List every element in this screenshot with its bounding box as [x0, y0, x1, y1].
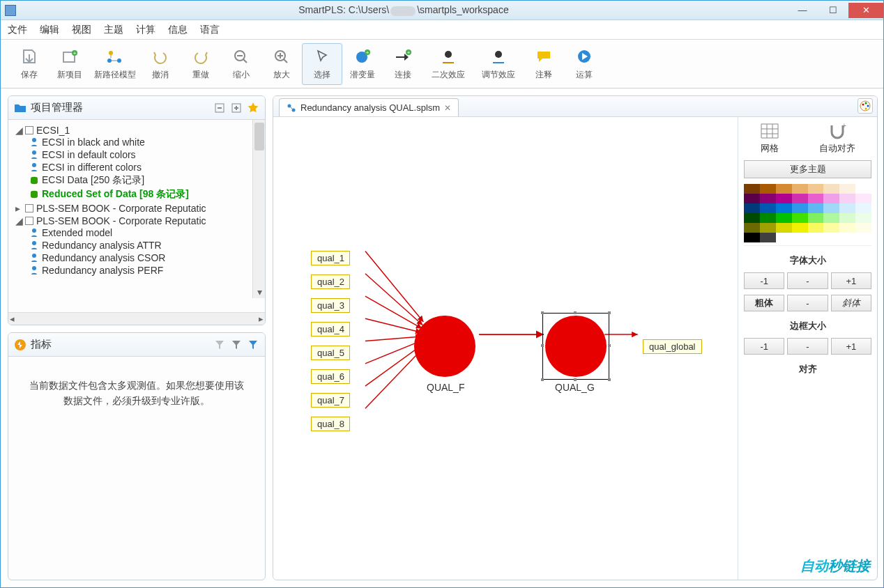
tool-calculate[interactable]: 运算	[564, 43, 604, 85]
scroll-down-icon[interactable]: ▾	[253, 286, 265, 298]
tree-item[interactable]: Extended model	[29, 227, 262, 238]
grid-button[interactable]: 网格	[760, 123, 779, 155]
indicator-qual_3[interactable]: qual_3	[311, 298, 350, 313]
color-swatch[interactable]	[808, 203, 824, 213]
close-button[interactable]: ✕	[848, 3, 883, 18]
color-swatch[interactable]	[855, 213, 871, 223]
color-swatch[interactable]	[808, 213, 824, 223]
font-size-plus[interactable]: +1	[831, 272, 871, 289]
color-swatch[interactable]	[808, 233, 824, 242]
border-size-minus[interactable]: -1	[744, 338, 784, 355]
border-size-reset[interactable]: -	[787, 338, 828, 355]
color-swatch[interactable]	[744, 223, 760, 233]
color-swatch[interactable]	[839, 223, 855, 233]
tree-hscroll[interactable]: ◂▸	[8, 312, 265, 325]
tree-folder[interactable]: ▸ PLS-SEM BOOK - Corporate Reputatic	[15, 203, 262, 214]
color-swatch[interactable]	[855, 184, 871, 194]
color-swatch[interactable]	[823, 194, 839, 203]
tree-item[interactable]: ECSI in different colors	[29, 162, 262, 173]
tree-item[interactable]: ECSI in default colors	[29, 149, 262, 160]
construct-qual-g[interactable]	[545, 316, 607, 377]
color-swatch[interactable]	[855, 203, 871, 213]
color-swatch[interactable]	[855, 233, 871, 242]
color-swatch[interactable]	[744, 203, 760, 213]
color-swatch[interactable]	[792, 203, 808, 213]
menu-edit[interactable]: 编辑	[40, 24, 59, 36]
indicator-qual_6[interactable]: qual_6	[311, 369, 350, 384]
color-swatch[interactable]	[839, 203, 855, 213]
color-swatch[interactable]	[760, 213, 776, 223]
collapse-all-icon[interactable]	[213, 102, 226, 114]
color-swatch[interactable]	[855, 223, 871, 233]
filter-icon-2[interactable]	[230, 339, 243, 351]
color-swatch[interactable]	[744, 194, 760, 203]
expand-all-icon[interactable]	[230, 102, 243, 114]
filter-icon-1[interactable]	[213, 339, 226, 351]
tool-new-project[interactable]: + 新项目	[49, 43, 90, 85]
tab-close-icon[interactable]: ✕	[444, 103, 451, 113]
project-tree[interactable]: ◢ ECSI_1 ECSI in black and white ECSI in…	[8, 120, 265, 312]
indicator-qual_2[interactable]: qual_2	[311, 274, 350, 289]
tool-zoom-in[interactable]: 放大	[261, 43, 302, 85]
color-swatch[interactable]	[744, 213, 760, 223]
menu-view[interactable]: 视图	[72, 24, 91, 36]
color-swatch[interactable]	[792, 223, 808, 233]
star-icon[interactable]	[247, 102, 259, 114]
color-swatch[interactable]	[855, 194, 871, 203]
tool-connect[interactable]: + 连接	[383, 43, 423, 85]
color-swatch[interactable]	[839, 213, 855, 223]
indicator-qual_8[interactable]: qual_8	[311, 417, 350, 431]
menu-file[interactable]: 文件	[8, 24, 27, 36]
color-swatch[interactable]	[823, 213, 839, 223]
color-swatch[interactable]	[823, 233, 839, 242]
color-swatch[interactable]	[776, 233, 792, 242]
color-swatch[interactable]	[823, 223, 839, 233]
color-swatch[interactable]	[776, 213, 792, 223]
color-swatch[interactable]	[808, 223, 824, 233]
tree-folder[interactable]: ◢ PLS-SEM BOOK - Corporate Reputatic	[15, 215, 262, 226]
font-style-reset[interactable]: -	[787, 295, 828, 311]
menu-calc[interactable]: 计算	[136, 24, 155, 36]
color-swatch[interactable]	[760, 203, 776, 213]
tree-item[interactable]: Redundancy analysis PERF	[29, 265, 262, 276]
color-swatch[interactable]	[760, 223, 776, 233]
indicator-qual_4[interactable]: qual_4	[311, 322, 350, 336]
color-swatch[interactable]	[839, 184, 855, 194]
color-swatch[interactable]	[839, 194, 855, 203]
color-swatch[interactable]	[760, 233, 776, 242]
scroll-thumb[interactable]	[254, 123, 264, 150]
tree-item[interactable]: ECSI in black and white	[29, 137, 262, 148]
color-swatch[interactable]	[792, 184, 808, 194]
tool-save[interactable]: 保存	[9, 43, 49, 85]
menu-lang[interactable]: 语言	[200, 24, 220, 36]
editor-tab[interactable]: Redundancy analysis QUAL.splsm ✕	[279, 98, 459, 116]
tool-latent[interactable]: + 潜变量	[342, 43, 383, 85]
color-swatch[interactable]	[776, 184, 792, 194]
color-swatch[interactable]	[744, 184, 760, 194]
tool-select[interactable]: 选择	[302, 43, 342, 85]
tool-redo[interactable]: 重做	[181, 43, 221, 85]
construct-qual-f[interactable]	[414, 316, 475, 377]
color-swatch[interactable]	[744, 233, 760, 242]
color-swatch[interactable]	[776, 194, 792, 203]
maximize-button[interactable]: ☐	[818, 3, 848, 18]
color-swatch[interactable]	[760, 184, 776, 194]
color-swatch[interactable]	[839, 233, 855, 242]
color-swatch[interactable]	[792, 213, 808, 223]
color-swatch[interactable]	[823, 184, 839, 194]
font-size-minus[interactable]: -1	[744, 272, 784, 289]
tree-item[interactable]: Redundancy analysis ATTR	[29, 240, 262, 251]
tool-undo[interactable]: 撤消	[140, 43, 181, 85]
indicator-qual-global[interactable]: qual_global	[643, 339, 702, 354]
menu-info[interactable]: 信息	[168, 24, 188, 36]
color-swatch[interactable]	[760, 194, 776, 203]
font-size-reset[interactable]: -	[787, 272, 828, 289]
color-swatch[interactable]	[792, 194, 808, 203]
tool-zoom-out[interactable]: 缩小	[221, 43, 261, 85]
tree-folder[interactable]: ◢ ECSI_1	[15, 125, 262, 136]
color-swatch[interactable]	[808, 184, 824, 194]
color-swatch[interactable]	[776, 223, 792, 233]
indicator-qual_1[interactable]: qual_1	[311, 251, 350, 265]
indicator-qual_7[interactable]: qual_7	[311, 393, 350, 408]
tool-comment[interactable]: 注释	[524, 43, 564, 85]
